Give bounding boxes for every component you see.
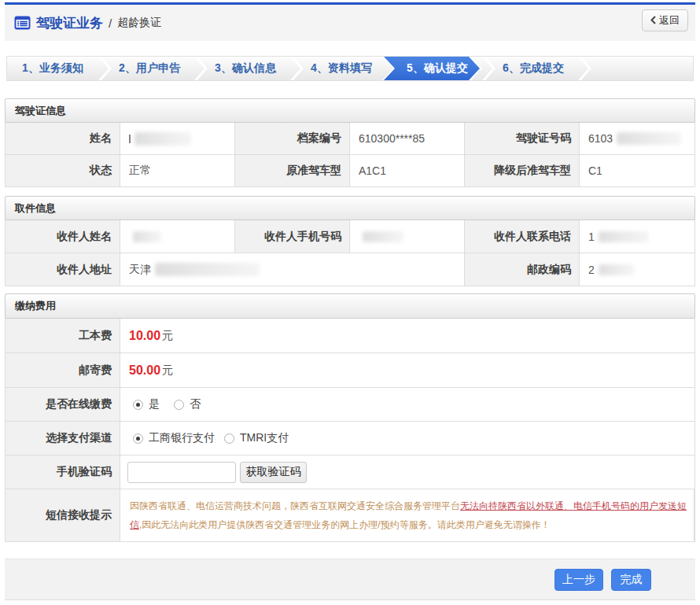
page-header: 驾驶证业务 / 超龄换证 返回: [5, 5, 695, 41]
notice-text-pre: 因陕西省联通、电信运营商技术问题，陕西省互联网交通安全综合服务管理平台: [130, 500, 460, 511]
post-fee-unit: 元: [162, 363, 173, 378]
field-label-recipient-mobile: 收件人手机号码: [235, 220, 350, 253]
field-label-post-fee: 邮寄费: [6, 353, 120, 387]
field-value-status: 正常: [120, 155, 235, 186]
field-label-sms-notice: 短信接收提示: [6, 489, 120, 541]
redacted-value: [134, 132, 191, 146]
info-table: 工本费 10.00 元 邮寄费 50.00 元 是否在线缴费 是: [5, 319, 695, 542]
back-button-label: 返回: [659, 13, 680, 28]
redacted-value: [133, 231, 161, 242]
page-title: 驾驶证业务: [36, 14, 103, 32]
field-label-online-pay: 是否在线缴费: [6, 388, 120, 421]
step-item-2[interactable]: 2、用户申告: [98, 57, 194, 80]
notice-text-post: ,因此无法向此类用户提供陕西省交通管理业务的网上办理/预约等服务。请此类用户避免…: [139, 519, 551, 530]
redacted-value: [129, 135, 131, 143]
table-row: 手机验证码 获取验证码: [6, 456, 694, 489]
sms-notice-text: 因陕西省联通、电信运营商技术问题，陕西省互联网交通安全综合服务管理平台无法向持陕…: [120, 489, 694, 541]
field-label-recipient-name: 收件人姓名: [6, 220, 120, 253]
redacted-value: [617, 132, 681, 145]
field-label-pay-channel: 选择支付渠道: [6, 422, 120, 455]
sms-code-input[interactable]: [127, 462, 236, 483]
field-label-zip: 邮政编码: [465, 253, 580, 286]
field-label-name: 姓名: [6, 123, 120, 154]
field-label-license-no: 驾驶证号码: [465, 123, 580, 154]
card-fee-amount: 10.00: [129, 329, 160, 343]
field-label-address: 收件人地址: [6, 253, 120, 286]
field-label-recipient-tel: 收件人联系电话: [465, 220, 580, 253]
step-item-1[interactable]: 1、业务须知: [7, 57, 98, 80]
radio-channel-icbc[interactable]: [133, 433, 143, 444]
radio-label-icbc[interactable]: 工商银行支付: [149, 431, 215, 445]
field-label-card-fee: 工本费: [6, 319, 120, 352]
section-title-license-info: 驾驶证信息: [5, 98, 695, 123]
table-row: 工本费 10.00 元: [6, 319, 694, 353]
info-table: 收件人姓名 收件人手机号码 收件人联系电话 1 收件人地址 天津 邮政编码 2: [5, 220, 695, 286]
field-value-recipient-tel: 1: [580, 220, 694, 253]
card-fee-unit: 元: [162, 329, 173, 343]
radio-online-pay-yes[interactable]: [133, 400, 143, 410]
back-button[interactable]: 返回: [642, 9, 688, 31]
table-row: 收件人姓名 收件人手机号码 收件人联系电话 1: [6, 220, 694, 253]
radio-label-no[interactable]: 否: [190, 397, 201, 411]
field-value-card-fee: 10.00 元: [120, 319, 694, 352]
form-list-icon: [14, 16, 31, 30]
step-progress-bar: 1、业务须知 2、用户申告 3、确认信息 4、资料填写 5、确认提交 6、完成提…: [6, 56, 694, 81]
step-item-6[interactable]: 6、完成提交: [482, 57, 578, 80]
redacted-value: [599, 264, 634, 275]
field-label-down-class: 降级后准驾车型: [465, 155, 580, 186]
field-value-recipient-mobile: [350, 220, 465, 253]
section-title-fees: 缴纳费用: [5, 293, 695, 319]
step-item-3[interactable]: 3、确认信息: [194, 57, 290, 80]
step-item-4[interactable]: 4、资料填写: [290, 57, 386, 80]
previous-step-button[interactable]: 上一步: [554, 569, 603, 591]
radio-online-pay-no[interactable]: [174, 400, 184, 410]
field-value-down-class: C1: [580, 155, 694, 186]
radio-channel-tmri[interactable]: [224, 433, 234, 444]
field-value-pay-channel: 工商银行支付 TMRI支付: [120, 422, 694, 455]
field-value-license-no: 6103: [580, 123, 694, 154]
table-row: 选择支付渠道 工商银行支付 TMRI支付: [6, 422, 694, 456]
field-label-orig-class: 原准驾车型: [235, 155, 350, 186]
field-value-post-fee: 50.00 元: [120, 353, 694, 387]
section-pickup-info: 取件信息 收件人姓名 收件人手机号码 收件人联系电话 1 收件人地址 天津 邮政…: [5, 196, 695, 286]
step-separator: [578, 57, 591, 80]
field-value-recipient-name: [120, 220, 235, 253]
section-title-pickup-info: 取件信息: [5, 196, 695, 220]
table-row: 姓名 档案编号 610300****85 驾驶证号码 6103: [6, 123, 694, 155]
get-sms-code-button[interactable]: 获取验证码: [240, 462, 307, 483]
radio-label-yes[interactable]: 是: [149, 397, 160, 411]
table-row: 是否在线缴费 是 否: [6, 388, 694, 422]
chevron-left-icon: [650, 16, 656, 24]
info-table: 姓名 档案编号 610300****85 驾驶证号码 6103 状态 正常 原准…: [5, 123, 695, 187]
finish-button[interactable]: 完成: [611, 569, 651, 591]
breadcrumb-separator: /: [109, 17, 112, 30]
field-value-sms-code: 获取验证码: [120, 456, 694, 489]
table-row: 邮寄费 50.00 元: [6, 353, 694, 388]
redacted-value: [155, 263, 260, 276]
redacted-value: [363, 231, 403, 242]
field-value-orig-class: A1C1: [350, 155, 465, 186]
page-container: 驾驶证业务 / 超龄换证 返回 1、业务须知 2、用户申告 3、确认信息 4、资…: [5, 2, 695, 600]
section-license-info: 驾驶证信息 姓名 档案编号 610300****85 驾驶证号码 6103 状态…: [5, 98, 695, 187]
table-row: 短信接收提示 因陕西省联通、电信运营商技术问题，陕西省互联网交通安全综合服务管理…: [6, 489, 694, 542]
field-value-online-pay: 是 否: [120, 388, 694, 421]
field-label-sms-code: 手机验证码: [6, 456, 120, 489]
field-value-address: 天津: [120, 253, 465, 286]
breadcrumb-current: 超龄换证: [117, 16, 161, 30]
table-row: 收件人地址 天津 邮政编码 2: [6, 253, 694, 286]
field-label-status: 状态: [6, 155, 120, 186]
section-fees: 缴纳费用 工本费 10.00 元 邮寄费 50.00 元 是否在线缴费: [5, 293, 695, 542]
radio-label-tmri[interactable]: TMRI支付: [240, 431, 289, 445]
field-value-file-no: 610300****85: [350, 123, 465, 154]
post-fee-amount: 50.00: [129, 363, 160, 378]
table-row: 状态 正常 原准驾车型 A1C1 降级后准驾车型 C1: [6, 155, 694, 187]
field-value-zip: 2: [580, 253, 694, 286]
redacted-value: [599, 231, 649, 242]
step-item-5-active[interactable]: 5、确认提交: [384, 57, 480, 80]
field-label-file-no: 档案编号: [235, 123, 350, 154]
form-actions-bar: 上一步 完成: [5, 559, 695, 600]
field-value-name: [120, 123, 235, 154]
